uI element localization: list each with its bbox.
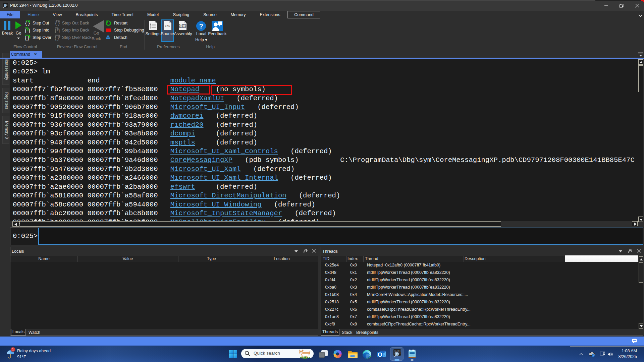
svg-text:</>: </> [165, 25, 170, 28]
svg-text:?: ? [199, 22, 203, 30]
svg-text:{: { [25, 35, 26, 41]
svg-text:}: } [28, 35, 29, 41]
svg-text:i: i [593, 354, 594, 357]
svg-text:{: { [55, 27, 56, 33]
svg-text:І0І0І: І0І0І [179, 26, 186, 29]
svg-text:}: } [58, 27, 60, 33]
svg-text:}: } [57, 35, 59, 41]
svg-text:{: { [25, 27, 26, 33]
svg-text:{: { [55, 35, 56, 41]
svg-text:0ІІ0І: 0ІІ0І [179, 23, 186, 26]
svg-text:}: } [29, 27, 30, 33]
